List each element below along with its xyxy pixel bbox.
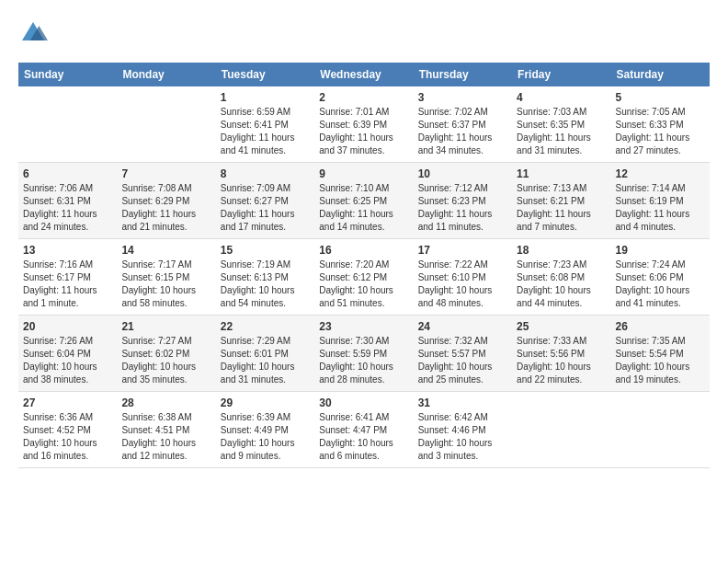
day-number: 26 <box>616 320 705 333</box>
day-info: Sunrise: 7:32 AM Sunset: 5:57 PM Dayligh… <box>418 335 507 386</box>
calendar-cell: 17Sunrise: 7:22 AM Sunset: 6:10 PM Dayli… <box>414 239 512 316</box>
logo-icon <box>18 18 48 48</box>
calendar-cell: 1Sunrise: 6:59 AM Sunset: 6:41 PM Daylig… <box>216 86 314 163</box>
day-number: 24 <box>418 320 507 333</box>
logo <box>18 18 51 48</box>
day-number: 13 <box>23 244 112 257</box>
day-info: Sunrise: 7:17 AM Sunset: 6:15 PM Dayligh… <box>121 259 210 310</box>
calendar-cell: 3Sunrise: 7:02 AM Sunset: 6:37 PM Daylig… <box>414 86 512 163</box>
calendar-week-row: 20Sunrise: 7:26 AM Sunset: 6:04 PM Dayli… <box>18 316 710 392</box>
calendar-cell: 31Sunrise: 6:42 AM Sunset: 4:46 PM Dayli… <box>414 392 512 468</box>
day-info: Sunrise: 7:05 AM Sunset: 6:33 PM Dayligh… <box>616 106 705 157</box>
day-info: Sunrise: 6:41 AM Sunset: 4:47 PM Dayligh… <box>319 411 408 463</box>
day-number: 27 <box>23 396 112 409</box>
day-number: 17 <box>418 244 507 257</box>
calendar-cell: 16Sunrise: 7:20 AM Sunset: 6:12 PM Dayli… <box>314 239 413 316</box>
calendar-week-row: 27Sunrise: 6:36 AM Sunset: 4:52 PM Dayli… <box>18 392 710 468</box>
day-info: Sunrise: 7:19 AM Sunset: 6:13 PM Dayligh… <box>221 259 310 310</box>
day-info: Sunrise: 7:06 AM Sunset: 6:31 PM Dayligh… <box>23 182 112 234</box>
day-info: Sunrise: 7:27 AM Sunset: 6:02 PM Dayligh… <box>121 335 210 386</box>
calendar-cell: 10Sunrise: 7:12 AM Sunset: 6:23 PM Dayli… <box>414 163 512 239</box>
calendar-body: 1Sunrise: 6:59 AM Sunset: 6:41 PM Daylig… <box>18 86 710 468</box>
day-number: 5 <box>616 91 705 104</box>
day-number: 19 <box>616 244 705 257</box>
day-info: Sunrise: 7:23 AM Sunset: 6:08 PM Dayligh… <box>517 259 606 310</box>
day-info: Sunrise: 7:10 AM Sunset: 6:25 PM Dayligh… <box>319 182 408 234</box>
calendar-cell: 8Sunrise: 7:09 AM Sunset: 6:27 PM Daylig… <box>216 163 314 239</box>
day-number: 25 <box>517 320 606 333</box>
calendar-cell <box>611 392 710 468</box>
day-info: Sunrise: 6:36 AM Sunset: 4:52 PM Dayligh… <box>23 411 112 463</box>
day-info: Sunrise: 7:26 AM Sunset: 6:04 PM Dayligh… <box>23 335 112 386</box>
day-info: Sunrise: 7:35 AM Sunset: 5:54 PM Dayligh… <box>616 335 705 386</box>
header-cell: Tuesday <box>216 63 314 86</box>
page-header <box>18 18 710 48</box>
calendar-cell: 12Sunrise: 7:14 AM Sunset: 6:19 PM Dayli… <box>611 163 710 239</box>
header-cell: Saturday <box>611 63 710 86</box>
day-info: Sunrise: 7:02 AM Sunset: 6:37 PM Dayligh… <box>418 106 507 157</box>
header-row: SundayMondayTuesdayWednesdayThursdayFrid… <box>18 63 710 86</box>
calendar-cell: 24Sunrise: 7:32 AM Sunset: 5:57 PM Dayli… <box>414 316 512 392</box>
calendar-header: SundayMondayTuesdayWednesdayThursdayFrid… <box>18 63 710 86</box>
calendar-cell: 2Sunrise: 7:01 AM Sunset: 6:39 PM Daylig… <box>314 86 413 163</box>
day-info: Sunrise: 6:59 AM Sunset: 6:41 PM Dayligh… <box>221 106 310 157</box>
header-cell: Wednesday <box>314 63 413 86</box>
calendar-cell <box>512 392 610 468</box>
calendar-table: SundayMondayTuesdayWednesdayThursdayFrid… <box>18 63 710 468</box>
day-number: 12 <box>616 167 705 180</box>
day-number: 7 <box>121 167 210 180</box>
day-info: Sunrise: 7:30 AM Sunset: 5:59 PM Dayligh… <box>319 335 408 386</box>
calendar-cell: 4Sunrise: 7:03 AM Sunset: 6:35 PM Daylig… <box>512 86 610 163</box>
day-number: 15 <box>221 244 310 257</box>
day-info: Sunrise: 7:20 AM Sunset: 6:12 PM Dayligh… <box>319 259 408 310</box>
day-number: 3 <box>418 91 507 104</box>
calendar-cell: 25Sunrise: 7:33 AM Sunset: 5:56 PM Dayli… <box>512 316 610 392</box>
day-number: 31 <box>418 396 507 409</box>
day-info: Sunrise: 7:33 AM Sunset: 5:56 PM Dayligh… <box>517 335 606 386</box>
day-info: Sunrise: 7:09 AM Sunset: 6:27 PM Dayligh… <box>221 182 310 234</box>
calendar-cell: 6Sunrise: 7:06 AM Sunset: 6:31 PM Daylig… <box>18 163 117 239</box>
calendar-cell: 26Sunrise: 7:35 AM Sunset: 5:54 PM Dayli… <box>611 316 710 392</box>
calendar-cell: 18Sunrise: 7:23 AM Sunset: 6:08 PM Dayli… <box>512 239 610 316</box>
calendar-cell: 27Sunrise: 6:36 AM Sunset: 4:52 PM Dayli… <box>18 392 117 468</box>
calendar-cell: 7Sunrise: 7:08 AM Sunset: 6:29 PM Daylig… <box>117 163 215 239</box>
calendar-week-row: 6Sunrise: 7:06 AM Sunset: 6:31 PM Daylig… <box>18 163 710 239</box>
header-cell: Friday <box>512 63 610 86</box>
calendar-cell: 30Sunrise: 6:41 AM Sunset: 4:47 PM Dayli… <box>314 392 413 468</box>
calendar-cell: 9Sunrise: 7:10 AM Sunset: 6:25 PM Daylig… <box>314 163 413 239</box>
day-info: Sunrise: 7:12 AM Sunset: 6:23 PM Dayligh… <box>418 182 507 234</box>
calendar-cell: 5Sunrise: 7:05 AM Sunset: 6:33 PM Daylig… <box>611 86 710 163</box>
day-number: 30 <box>319 396 408 409</box>
day-number: 9 <box>319 167 408 180</box>
day-number: 1 <box>221 91 310 104</box>
day-info: Sunrise: 6:38 AM Sunset: 4:51 PM Dayligh… <box>121 411 210 463</box>
day-number: 20 <box>23 320 112 333</box>
day-info: Sunrise: 7:14 AM Sunset: 6:19 PM Dayligh… <box>616 182 705 234</box>
calendar-cell: 22Sunrise: 7:29 AM Sunset: 6:01 PM Dayli… <box>216 316 314 392</box>
calendar-week-row: 1Sunrise: 6:59 AM Sunset: 6:41 PM Daylig… <box>18 86 710 163</box>
day-info: Sunrise: 7:01 AM Sunset: 6:39 PM Dayligh… <box>319 106 408 157</box>
calendar-cell: 20Sunrise: 7:26 AM Sunset: 6:04 PM Dayli… <box>18 316 117 392</box>
calendar-cell: 29Sunrise: 6:39 AM Sunset: 4:49 PM Dayli… <box>216 392 314 468</box>
calendar-cell: 14Sunrise: 7:17 AM Sunset: 6:15 PM Dayli… <box>117 239 215 316</box>
day-number: 2 <box>319 91 408 104</box>
calendar-cell: 21Sunrise: 7:27 AM Sunset: 6:02 PM Dayli… <box>117 316 215 392</box>
day-number: 28 <box>121 396 210 409</box>
calendar-cell <box>117 86 215 163</box>
day-number: 11 <box>517 167 606 180</box>
day-number: 18 <box>517 244 606 257</box>
day-number: 29 <box>221 396 310 409</box>
day-info: Sunrise: 6:42 AM Sunset: 4:46 PM Dayligh… <box>418 411 507 463</box>
day-info: Sunrise: 7:24 AM Sunset: 6:06 PM Dayligh… <box>616 259 705 310</box>
day-info: Sunrise: 7:22 AM Sunset: 6:10 PM Dayligh… <box>418 259 507 310</box>
day-number: 22 <box>221 320 310 333</box>
day-number: 4 <box>517 91 606 104</box>
day-number: 23 <box>319 320 408 333</box>
day-number: 8 <box>221 167 310 180</box>
day-number: 6 <box>23 167 112 180</box>
calendar-cell: 15Sunrise: 7:19 AM Sunset: 6:13 PM Dayli… <box>216 239 314 316</box>
day-info: Sunrise: 7:08 AM Sunset: 6:29 PM Dayligh… <box>121 182 210 234</box>
day-info: Sunrise: 7:16 AM Sunset: 6:17 PM Dayligh… <box>23 259 112 310</box>
calendar-cell: 28Sunrise: 6:38 AM Sunset: 4:51 PM Dayli… <box>117 392 215 468</box>
header-cell: Monday <box>117 63 215 86</box>
